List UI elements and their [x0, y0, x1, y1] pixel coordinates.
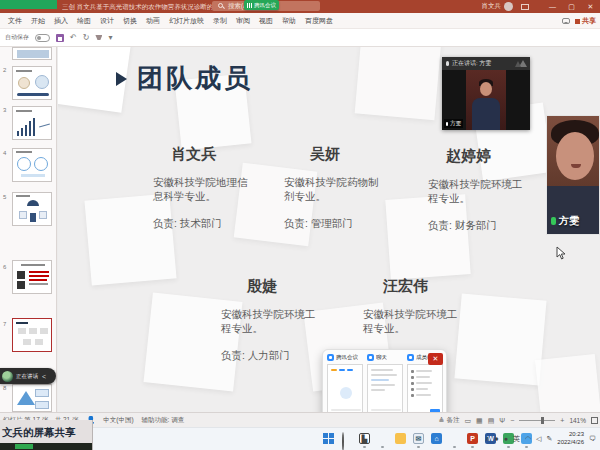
slide-thumbnail-panel[interactable]: 2 3 4 5: [0, 47, 57, 412]
thumbnail-slide-1[interactable]: [12, 47, 52, 60]
thumbnail-slide-5[interactable]: [12, 192, 52, 226]
thumbnail-slide-2[interactable]: [12, 66, 52, 100]
ribbon-display-options-icon[interactable]: [521, 4, 529, 10]
qat-more-icon[interactable]: ▾: [108, 33, 112, 42]
start-slideshow-icon[interactable]: [95, 35, 102, 40]
preview-title: 聊天: [376, 354, 387, 361]
person-face: [480, 82, 492, 96]
thumbnail-slide-6[interactable]: [12, 260, 52, 294]
redo-icon[interactable]: ↻: [83, 33, 90, 42]
tab-animations[interactable]: 动画: [146, 16, 160, 26]
zoom-out-button[interactable]: −: [510, 417, 514, 424]
undo-icon[interactable]: ↶: [70, 33, 77, 42]
close-button[interactable]: ✕: [581, 0, 600, 13]
store-icon[interactable]: ⌂: [431, 433, 442, 444]
member-card-1: 肖文兵 安徽科技学院地理信息科学专业。 负责: 技术部门: [153, 145, 249, 231]
zoom-in-button[interactable]: +: [560, 417, 564, 424]
preview-close-button[interactable]: ✕: [428, 353, 443, 365]
volume-icon[interactable]: ◁: [536, 435, 541, 443]
account-avatar[interactable]: [504, 2, 513, 11]
tray-mic-icon[interactable]: ♦: [495, 435, 499, 442]
tab-view[interactable]: 视图: [259, 16, 273, 26]
zoom-level[interactable]: 141%: [569, 417, 586, 424]
thumb-number: 6: [3, 264, 6, 270]
tab-home[interactable]: 开始: [31, 16, 45, 26]
tab-transitions[interactable]: 切换: [123, 16, 137, 26]
thumbnail-slide-4[interactable]: [12, 148, 52, 182]
tray-meeting-icon[interactable]: ●: [504, 435, 508, 442]
notepad-icon[interactable]: ▙: [359, 433, 370, 444]
mail-icon[interactable]: ✉: [413, 433, 424, 444]
tab-slideshow[interactable]: 幻灯片放映: [169, 16, 204, 26]
maximize-button[interactable]: ▢: [562, 0, 581, 13]
tab-insert[interactable]: 插入: [54, 16, 68, 26]
meeting-badge-label: 腾讯会议: [254, 2, 276, 9]
tab-design[interactable]: 设计: [100, 16, 114, 26]
account-name[interactable]: 肖文兵: [482, 2, 502, 11]
preview-thumbnail[interactable]: [367, 364, 403, 416]
mouse-cursor: [556, 246, 566, 264]
participant-avatar: [2, 371, 13, 382]
tab-baidu-netdisk[interactable]: 百度网盘: [305, 16, 333, 26]
language-status[interactable]: 中文(中国): [103, 416, 133, 425]
taskbar-clock[interactable]: 20:23 2022/4/26: [557, 431, 584, 445]
sound-bars-icon: [247, 3, 252, 8]
edge-icon[interactable]: [377, 433, 388, 444]
meeting-share-badge[interactable]: 腾讯会议: [244, 0, 279, 10]
save-icon[interactable]: [56, 34, 64, 42]
member-name: 汪宏伟: [383, 277, 459, 296]
thumbnail-slide-8[interactable]: [12, 384, 52, 412]
fit-to-window-icon[interactable]: [591, 417, 598, 424]
participant-name-tag: 方雯: [551, 214, 579, 228]
member-name: 赵婷婷: [446, 147, 524, 166]
accessibility-status[interactable]: 辅助功能: 调查: [142, 416, 185, 425]
share-button[interactable]: 共享: [575, 16, 596, 26]
file-explorer-icon[interactable]: [395, 433, 406, 444]
screen-share-window[interactable]: 文兵的屏幕共享: [0, 420, 93, 450]
preview-meeting[interactable]: 腾讯会议: [327, 354, 365, 416]
thumbnail-slide-3[interactable]: [12, 106, 52, 140]
notes-button[interactable]: 备注: [439, 416, 460, 425]
speaker-video-window[interactable]: 正在讲话: 方雯 方雯: [442, 57, 530, 130]
tab-record[interactable]: 录制: [213, 16, 227, 26]
zoom-slider-handle[interactable]: [541, 417, 544, 424]
pill-label: 正在讲话: [16, 373, 38, 380]
slideshow-view-icon[interactable]: Ψ: [499, 417, 505, 424]
thumb-number: 2: [3, 67, 6, 73]
collapse-chevron-icon[interactable]: <: [42, 373, 46, 380]
firefox-icon[interactable]: [449, 433, 460, 444]
comments-icon[interactable]: [562, 18, 570, 24]
thumbnail-slide-7-selected[interactable]: [12, 318, 52, 352]
notification-center-icon[interactable]: 🗨: [589, 435, 596, 442]
start-button[interactable]: [323, 433, 334, 444]
preview-chat[interactable]: 聊天: [367, 354, 405, 416]
slide-title-text: 团队成员: [137, 61, 253, 96]
participant-video-window[interactable]: 方雯: [546, 115, 600, 235]
reading-view-icon[interactable]: ▤: [488, 417, 495, 425]
preview-thumbnail[interactable]: [407, 364, 443, 416]
tray-date: 2022/4/26: [557, 439, 584, 446]
meeting-logo-icon: [519, 60, 527, 67]
taskbar-search-icon[interactable]: [341, 433, 352, 444]
autosave-toggle[interactable]: [35, 34, 50, 42]
tab-file[interactable]: 文件: [8, 16, 22, 26]
mic-active-icon: [551, 217, 556, 225]
tab-review[interactable]: 审阅: [236, 16, 250, 26]
preview-thumbnail[interactable]: [327, 364, 363, 416]
meeting-floating-pill[interactable]: 正在讲话 <: [0, 368, 56, 384]
minimize-button[interactable]: —: [543, 0, 562, 13]
normal-view-icon[interactable]: ▭: [464, 417, 471, 425]
participant-name: 方雯: [559, 214, 579, 228]
tab-help[interactable]: 帮助: [282, 16, 296, 26]
tab-draw[interactable]: 绘图: [77, 16, 91, 26]
zoom-slider[interactable]: [519, 420, 555, 421]
slide-sorter-view-icon[interactable]: ▦: [476, 417, 483, 425]
member-role: 负责: 人力部门: [221, 349, 317, 363]
tray-chevron-icon[interactable]: ∧: [485, 435, 490, 443]
powerpoint-icon[interactable]: P: [467, 433, 478, 444]
member-desc: 安徽科技学院环境工程专业。: [428, 177, 524, 205]
pen-icon[interactable]: ✎: [546, 435, 552, 443]
ime-indicator[interactable]: 英: [513, 434, 520, 444]
autosave-label: 自动保存: [5, 33, 29, 42]
wifi-icon[interactable]: ◠: [525, 435, 531, 443]
